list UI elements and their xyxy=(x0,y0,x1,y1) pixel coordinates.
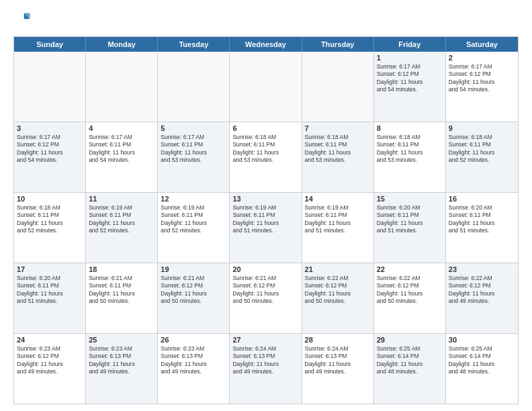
cell-detail: Sunrise: 6:20 AM Sunset: 6:11 PM Dayligh… xyxy=(449,204,515,235)
cell-detail: Sunrise: 6:18 AM Sunset: 6:11 PM Dayligh… xyxy=(305,134,371,165)
weekday-header: Thursday xyxy=(302,37,374,52)
calendar-cell: 28Sunrise: 6:24 AM Sunset: 6:13 PM Dayli… xyxy=(302,334,374,404)
calendar-cell: 27Sunrise: 6:24 AM Sunset: 6:13 PM Dayli… xyxy=(230,334,302,404)
calendar-cell: 17Sunrise: 6:20 AM Sunset: 6:11 PM Dayli… xyxy=(14,263,86,333)
page: SundayMondayTuesdayWednesdayThursdayFrid… xyxy=(0,0,532,411)
cell-detail: Sunrise: 6:17 AM Sunset: 6:12 PM Dayligh… xyxy=(17,134,83,165)
calendar-cell xyxy=(86,52,158,122)
cell-detail: Sunrise: 6:18 AM Sunset: 6:11 PM Dayligh… xyxy=(449,134,515,165)
calendar-cell: 13Sunrise: 6:19 AM Sunset: 6:11 PM Dayli… xyxy=(230,193,302,263)
cell-detail: Sunrise: 6:23 AM Sunset: 6:12 PM Dayligh… xyxy=(17,345,83,376)
day-number: 30 xyxy=(449,336,515,344)
cell-detail: Sunrise: 6:20 AM Sunset: 6:11 PM Dayligh… xyxy=(17,275,83,306)
logo xyxy=(13,11,35,30)
cell-detail: Sunrise: 6:19 AM Sunset: 6:11 PM Dayligh… xyxy=(161,204,226,235)
day-number: 10 xyxy=(17,195,83,203)
calendar-cell: 15Sunrise: 6:20 AM Sunset: 6:11 PM Dayli… xyxy=(374,193,446,263)
cell-detail: Sunrise: 6:21 AM Sunset: 6:11 PM Dayligh… xyxy=(89,275,154,306)
day-number: 20 xyxy=(232,265,298,273)
calendar-row: 24Sunrise: 6:23 AM Sunset: 6:12 PM Dayli… xyxy=(14,334,518,404)
cell-detail: Sunrise: 6:17 AM Sunset: 6:12 PM Dayligh… xyxy=(377,63,443,94)
calendar-cell: 23Sunrise: 6:22 AM Sunset: 6:12 PM Dayli… xyxy=(446,263,518,333)
calendar-body: 1Sunrise: 6:17 AM Sunset: 6:12 PM Daylig… xyxy=(14,52,518,404)
weekday-header: Friday xyxy=(374,37,446,52)
day-number: 22 xyxy=(377,265,443,273)
day-number: 27 xyxy=(232,336,298,344)
calendar-cell: 6Sunrise: 6:18 AM Sunset: 6:11 PM Daylig… xyxy=(230,122,302,192)
day-number: 3 xyxy=(17,124,83,132)
cell-detail: Sunrise: 6:23 AM Sunset: 6:13 PM Dayligh… xyxy=(89,345,154,376)
calendar-cell: 5Sunrise: 6:17 AM Sunset: 6:11 PM Daylig… xyxy=(158,122,230,192)
calendar-cell: 8Sunrise: 6:18 AM Sunset: 6:11 PM Daylig… xyxy=(374,122,446,192)
calendar-cell: 30Sunrise: 6:25 AM Sunset: 6:14 PM Dayli… xyxy=(446,334,518,404)
weekday-header: Wednesday xyxy=(230,37,302,52)
day-number: 19 xyxy=(161,265,226,273)
calendar-cell: 3Sunrise: 6:17 AM Sunset: 6:12 PM Daylig… xyxy=(14,122,86,192)
day-number: 12 xyxy=(161,195,226,203)
calendar-cell xyxy=(230,52,302,122)
cell-detail: Sunrise: 6:23 AM Sunset: 6:13 PM Dayligh… xyxy=(161,345,226,376)
cell-detail: Sunrise: 6:18 AM Sunset: 6:11 PM Dayligh… xyxy=(377,134,443,165)
calendar-cell: 22Sunrise: 6:22 AM Sunset: 6:12 PM Dayli… xyxy=(374,263,446,333)
cell-detail: Sunrise: 6:17 AM Sunset: 6:11 PM Dayligh… xyxy=(161,134,226,165)
calendar-row: 10Sunrise: 6:18 AM Sunset: 6:11 PM Dayli… xyxy=(14,193,518,263)
calendar-cell: 29Sunrise: 6:25 AM Sunset: 6:14 PM Dayli… xyxy=(374,334,446,404)
cell-detail: Sunrise: 6:24 AM Sunset: 6:13 PM Dayligh… xyxy=(232,345,298,376)
weekday-header: Monday xyxy=(86,37,158,52)
day-number: 18 xyxy=(89,265,154,273)
calendar-cell: 2Sunrise: 6:17 AM Sunset: 6:12 PM Daylig… xyxy=(446,52,518,122)
calendar-cell: 14Sunrise: 6:19 AM Sunset: 6:11 PM Dayli… xyxy=(302,193,374,263)
calendar-cell: 26Sunrise: 6:23 AM Sunset: 6:13 PM Dayli… xyxy=(158,334,230,404)
weekday-header: Tuesday xyxy=(158,37,230,52)
calendar-row: 17Sunrise: 6:20 AM Sunset: 6:11 PM Dayli… xyxy=(14,263,518,334)
cell-detail: Sunrise: 6:17 AM Sunset: 6:12 PM Dayligh… xyxy=(449,63,515,94)
calendar-cell: 21Sunrise: 6:22 AM Sunset: 6:12 PM Dayli… xyxy=(302,263,374,333)
calendar-cell xyxy=(302,52,374,122)
day-number: 23 xyxy=(449,265,515,273)
cell-detail: Sunrise: 6:18 AM Sunset: 6:11 PM Dayligh… xyxy=(232,134,298,165)
calendar-row: 1Sunrise: 6:17 AM Sunset: 6:12 PM Daylig… xyxy=(14,52,518,122)
day-number: 25 xyxy=(89,336,154,344)
cell-detail: Sunrise: 6:25 AM Sunset: 6:14 PM Dayligh… xyxy=(449,345,515,376)
day-number: 29 xyxy=(377,336,443,344)
day-number: 13 xyxy=(232,195,298,203)
calendar: SundayMondayTuesdayWednesdayThursdayFrid… xyxy=(13,36,519,404)
day-number: 28 xyxy=(305,336,371,344)
day-number: 4 xyxy=(89,124,154,132)
day-number: 16 xyxy=(449,195,515,203)
day-number: 6 xyxy=(232,124,298,132)
day-number: 17 xyxy=(17,265,83,273)
cell-detail: Sunrise: 6:21 AM Sunset: 6:12 PM Dayligh… xyxy=(161,275,226,306)
day-number: 11 xyxy=(89,195,154,203)
day-number: 14 xyxy=(305,195,371,203)
cell-detail: Sunrise: 6:22 AM Sunset: 6:12 PM Dayligh… xyxy=(305,275,371,306)
calendar-cell: 11Sunrise: 6:19 AM Sunset: 6:11 PM Dayli… xyxy=(86,193,158,263)
cell-detail: Sunrise: 6:17 AM Sunset: 6:11 PM Dayligh… xyxy=(89,134,154,165)
day-number: 24 xyxy=(17,336,83,344)
cell-detail: Sunrise: 6:21 AM Sunset: 6:12 PM Dayligh… xyxy=(232,275,298,306)
weekday-header: Sunday xyxy=(14,37,86,52)
cell-detail: Sunrise: 6:19 AM Sunset: 6:11 PM Dayligh… xyxy=(89,204,154,235)
calendar-cell: 25Sunrise: 6:23 AM Sunset: 6:13 PM Dayli… xyxy=(86,334,158,404)
cell-detail: Sunrise: 6:18 AM Sunset: 6:11 PM Dayligh… xyxy=(17,204,83,235)
calendar-cell: 10Sunrise: 6:18 AM Sunset: 6:11 PM Dayli… xyxy=(14,193,86,263)
day-number: 5 xyxy=(161,124,226,132)
cell-detail: Sunrise: 6:22 AM Sunset: 6:12 PM Dayligh… xyxy=(449,275,515,306)
day-number: 21 xyxy=(305,265,371,273)
calendar-cell: 20Sunrise: 6:21 AM Sunset: 6:12 PM Dayli… xyxy=(230,263,302,333)
day-number: 9 xyxy=(449,124,515,132)
cell-detail: Sunrise: 6:24 AM Sunset: 6:13 PM Dayligh… xyxy=(305,345,371,376)
header xyxy=(13,11,519,30)
calendar-cell: 16Sunrise: 6:20 AM Sunset: 6:11 PM Dayli… xyxy=(446,193,518,263)
calendar-cell: 7Sunrise: 6:18 AM Sunset: 6:11 PM Daylig… xyxy=(302,122,374,192)
day-number: 1 xyxy=(377,54,443,62)
day-number: 8 xyxy=(377,124,443,132)
day-number: 7 xyxy=(305,124,371,132)
calendar-cell: 12Sunrise: 6:19 AM Sunset: 6:11 PM Dayli… xyxy=(158,193,230,263)
calendar-cell: 4Sunrise: 6:17 AM Sunset: 6:11 PM Daylig… xyxy=(86,122,158,192)
calendar-row: 3Sunrise: 6:17 AM Sunset: 6:12 PM Daylig… xyxy=(14,122,518,193)
cell-detail: Sunrise: 6:19 AM Sunset: 6:11 PM Dayligh… xyxy=(232,204,298,235)
cell-detail: Sunrise: 6:19 AM Sunset: 6:11 PM Dayligh… xyxy=(305,204,371,235)
calendar-cell: 24Sunrise: 6:23 AM Sunset: 6:12 PM Dayli… xyxy=(14,334,86,404)
calendar-cell: 1Sunrise: 6:17 AM Sunset: 6:12 PM Daylig… xyxy=(374,52,446,122)
